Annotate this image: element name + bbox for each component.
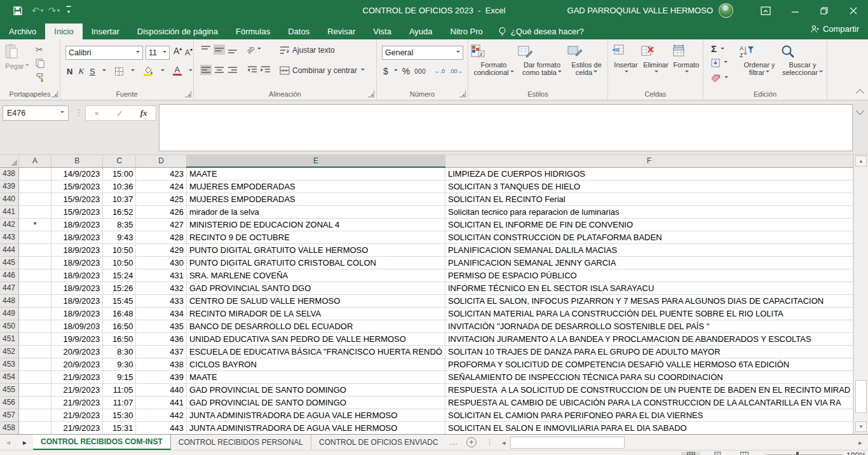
clipboard-dialog-launcher-icon[interactable] [51,91,58,97]
thousands-icon[interactable]: 000 [414,68,426,75]
insert-function-icon[interactable]: fx [140,108,147,118]
cell[interactable]: 440 [136,384,186,397]
ribbon-tab-inicio[interactable]: Inicio [45,24,82,39]
cell[interactable]: CICLOS BAYRON [186,358,445,371]
ribbon-tab-disposici-n-de-p-gina[interactable]: Disposición de página [128,24,227,39]
increase-decimal-icon[interactable]: ←.0 [434,68,445,74]
cell[interactable] [19,257,51,269]
vertical-scrollbar-thumb[interactable] [855,380,867,413]
cell[interactable]: BANCO DE DESARROLLO DEL ECUADOR [186,320,445,333]
find-select-button[interactable]: Buscar y seleccionar [781,44,824,76]
cell[interactable]: 16:50 [103,320,136,333]
cell[interactable] [19,180,51,193]
cell[interactable]: 20/9/2023 [51,358,103,371]
cell[interactable]: SOLICITAN EL SALON E INMOVILIARIA PARA E… [445,422,853,435]
row-header-456[interactable]: 456 [0,397,19,409]
cell[interactable] [19,422,51,435]
cell[interactable] [19,346,51,358]
cell[interactable] [19,397,51,409]
cell[interactable]: 21/9/2023 [51,409,103,422]
cell[interactable] [19,244,51,257]
cell[interactable]: GAD PROVINCIAL DE SANTO DOMINGO [186,397,445,409]
cell[interactable]: 18/9/2023 [51,244,103,257]
cell[interactable]: 15/9/2023 [51,206,103,219]
share-button[interactable]: Compartir [810,21,859,37]
cell[interactable]: UNIDAD EDUCATIVA SAN PEDRO DE VALLE HERM… [186,333,445,346]
ribbon-tab-vista[interactable]: Vista [364,24,400,39]
cell[interactable] [19,333,51,346]
cell[interactable]: 426 [136,206,186,219]
cell[interactable]: 11:07 [103,397,136,409]
cell[interactable]: RESPUESTA A LA SOLICITUD DE CONSTRUCCION… [445,384,853,397]
cell[interactable]: PERMISO DE ESPACIO PÚBLICO [445,269,853,282]
cell[interactable]: 441 [136,397,186,409]
cell[interactable]: PLANIFICACION SEMANAL DALILA MACIAS [445,244,853,257]
cell[interactable]: 14/9/2023 [51,167,103,180]
zoom-level[interactable]: 100% [846,451,866,455]
number-dialog-launcher-icon[interactable] [459,91,466,97]
cell[interactable]: 10:37 [103,193,136,206]
align-middle-icon[interactable] [214,44,225,55]
cell[interactable]: 427 [136,219,186,231]
page-break-view-icon[interactable] [735,452,754,455]
cancel-icon[interactable]: × [94,109,99,118]
cell[interactable]: SOLICITA EL SALON, INFOCUS PIZARRON Y 7 … [445,295,853,308]
column-header-f[interactable]: F [445,155,853,167]
cut-icon[interactable]: ✂ [36,44,43,55]
row-header-440[interactable]: 440 [0,193,19,206]
select-all-corner[interactable] [0,155,19,167]
cell[interactable]: 435 [136,320,186,333]
cell[interactable]: INVITACION JURAMENTO A LA BANDEA Y PROCL… [445,333,853,346]
cell[interactable] [19,269,51,282]
cell[interactable]: MUJERES EMPODERADAS [186,193,445,206]
cell[interactable]: JUNTA ADMINISTRADORA DE AGUA VALE HERMOS… [186,409,445,422]
clear-icon[interactable] [711,74,721,83]
cell[interactable]: INVITACIÓN "JORNADA DE DESARROLLO SOSTEN… [445,320,853,333]
row-header-445[interactable]: 445 [0,257,19,269]
cell[interactable]: 424 [136,180,186,193]
formula-input[interactable] [159,104,853,151]
autosum-icon[interactable]: Σ [711,43,717,54]
cell[interactable]: 9:30 [103,358,136,371]
column-header-c[interactable]: C [103,155,136,167]
ribbon-tab-datos[interactable]: Datos [279,24,318,39]
cell[interactable]: 19/9/2023 [51,333,103,346]
cell[interactable]: 443 [136,422,186,435]
cell[interactable]: 10:50 [103,257,136,269]
cell-styles-button[interactable]: Estilos de celda [567,44,606,76]
horizontal-scrollbar-thumb[interactable] [510,437,625,449]
cell[interactable]: MAATE [186,167,445,180]
horizontal-scrollbar[interactable]: ◄ ► [499,437,865,448]
page-layout-view-icon[interactable] [708,452,727,455]
row-header-458[interactable]: 458 [0,422,19,435]
align-left-icon[interactable] [200,65,212,75]
scroll-right-icon[interactable]: ► [855,437,865,449]
percent-icon[interactable]: % [402,66,410,76]
fill-color-icon[interactable] [143,66,154,76]
delete-cells-button[interactable]: Eliminar [641,44,670,76]
ribbon-tab-revisar[interactable]: Revisar [318,24,364,39]
font-size-select[interactable]: 11 [146,46,170,60]
borders-icon[interactable] [114,67,124,76]
row-header-451[interactable]: 451 [0,333,19,346]
cell[interactable]: 9:43 [103,231,136,244]
sheet-nav-next-icon[interactable]: ► [17,435,33,450]
row-header-452[interactable]: 452 [0,346,19,358]
cell[interactable]: 15:30 [103,409,136,422]
align-right-icon[interactable] [227,65,238,75]
cell[interactable]: mirador de la selva [186,206,445,219]
sort-filter-button[interactable]: AZ Ordenar y filtrar [739,44,780,76]
cell[interactable] [19,295,51,308]
cell[interactable]: 431 [136,269,186,282]
cell[interactable]: Solicitan tecnico para reparacion de lum… [445,206,853,219]
conditional-formatting-button[interactable]: ≠ Formato condicional [471,44,517,76]
alignment-dialog-launcher-icon[interactable] [368,91,374,97]
cell[interactable]: 15:24 [103,269,136,282]
cell[interactable]: RECINTO MIRADOR DE LA SELVA [186,308,445,320]
copy-icon[interactable] [36,58,44,68]
cell[interactable]: 15:45 [103,295,136,308]
cell[interactable]: LIMPIEZA DE CUERPOS HIDRIGOS [445,167,853,180]
scroll-down-icon[interactable]: ▼ [855,421,867,432]
zoom-slider-thumb[interactable] [796,452,799,455]
row-header-446[interactable]: 446 [0,269,19,282]
